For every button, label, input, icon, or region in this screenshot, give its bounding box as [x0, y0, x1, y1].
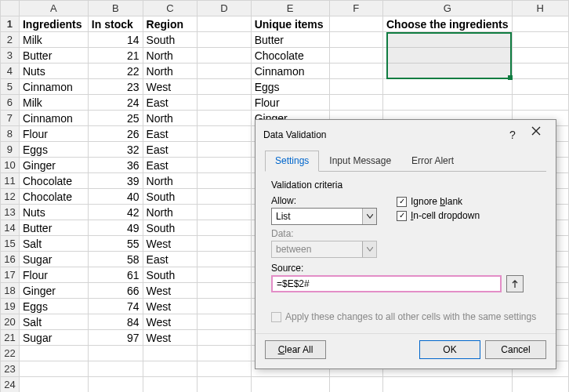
- cell[interactable]: 42: [88, 205, 143, 220]
- cell[interactable]: [329, 64, 382, 79]
- row-header[interactable]: 1: [1, 16, 20, 32]
- cell[interactable]: In stock: [88, 16, 143, 32]
- row-header[interactable]: 12: [1, 189, 20, 205]
- cell[interactable]: Cinnamon: [19, 111, 88, 126]
- cell[interactable]: 26: [88, 126, 143, 142]
- cell[interactable]: Choose the ingredients: [383, 16, 513, 32]
- row-header[interactable]: 19: [1, 299, 20, 314]
- in-cell-dropdown-checkbox[interactable]: ✓ In-cell dropdown: [397, 210, 480, 221]
- col-header[interactable]: F: [329, 1, 382, 16]
- cell[interactable]: 74: [88, 299, 143, 314]
- cell[interactable]: [198, 111, 251, 126]
- cell[interactable]: [512, 79, 568, 95]
- cell[interactable]: Eggs: [19, 142, 88, 158]
- cell[interactable]: [383, 32, 513, 48]
- cell[interactable]: Sugar: [19, 252, 88, 267]
- cell[interactable]: [198, 48, 251, 64]
- cell[interactable]: [198, 126, 251, 142]
- cell[interactable]: [198, 158, 251, 173]
- cell[interactable]: [512, 16, 568, 32]
- cell[interactable]: [198, 361, 251, 377]
- cell[interactable]: Cinnamon: [19, 79, 88, 95]
- cell[interactable]: North: [143, 111, 198, 126]
- cell[interactable]: [19, 346, 88, 361]
- cell[interactable]: 39: [88, 173, 143, 189]
- row-header[interactable]: 8: [1, 126, 20, 142]
- cell[interactable]: [329, 16, 382, 32]
- cell[interactable]: [198, 220, 251, 236]
- cell[interactable]: [198, 95, 251, 111]
- cell[interactable]: [329, 95, 382, 111]
- cell[interactable]: [88, 346, 143, 361]
- cell[interactable]: 58: [88, 252, 143, 267]
- cell[interactable]: [19, 361, 88, 377]
- cell[interactable]: [198, 236, 251, 252]
- cell[interactable]: [512, 377, 568, 393]
- col-header[interactable]: E: [251, 1, 329, 16]
- cell[interactable]: West: [143, 79, 198, 95]
- cell[interactable]: [383, 64, 513, 79]
- tab-input-message[interactable]: Input Message: [319, 151, 401, 172]
- cell[interactable]: South: [143, 220, 198, 236]
- cell[interactable]: Sugar: [19, 330, 88, 346]
- row-header[interactable]: 20: [1, 314, 20, 330]
- cell[interactable]: Ginger: [19, 283, 88, 299]
- row-header[interactable]: 16: [1, 252, 20, 267]
- row-header[interactable]: 23: [1, 361, 20, 377]
- cell[interactable]: South: [143, 267, 198, 283]
- row-header[interactable]: 2: [1, 32, 20, 48]
- cell[interactable]: Region: [143, 16, 198, 32]
- source-input[interactable]: [271, 275, 502, 292]
- cell[interactable]: [198, 16, 251, 32]
- cell[interactable]: North: [143, 205, 198, 220]
- cell[interactable]: [512, 64, 568, 79]
- col-header[interactable]: B: [88, 1, 143, 16]
- row-header[interactable]: 6: [1, 95, 20, 111]
- help-button[interactable]: ?: [501, 126, 524, 143]
- cell[interactable]: [512, 95, 568, 111]
- cell[interactable]: [512, 32, 568, 48]
- close-button[interactable]: [524, 126, 548, 143]
- cell[interactable]: 84: [88, 314, 143, 330]
- cell[interactable]: 21: [88, 48, 143, 64]
- cell[interactable]: [329, 32, 382, 48]
- cell[interactable]: Flour: [19, 267, 88, 283]
- cell[interactable]: North: [143, 48, 198, 64]
- row-header[interactable]: 14: [1, 220, 20, 236]
- cell[interactable]: [198, 267, 251, 283]
- chevron-down-icon[interactable]: [362, 209, 376, 224]
- ignore-blank-checkbox[interactable]: ✓ Ignore blank: [397, 196, 480, 207]
- cell[interactable]: West: [143, 236, 198, 252]
- cell[interactable]: West: [143, 314, 198, 330]
- col-header[interactable]: G: [383, 1, 513, 16]
- cell[interactable]: West: [143, 283, 198, 299]
- row-header[interactable]: 3: [1, 48, 20, 64]
- cell[interactable]: [383, 79, 513, 95]
- cell[interactable]: Chocolate: [251, 48, 329, 64]
- allow-dropdown[interactable]: List: [271, 208, 377, 225]
- cell[interactable]: [329, 79, 382, 95]
- cell[interactable]: [198, 314, 251, 330]
- row-header[interactable]: 13: [1, 205, 20, 220]
- cell[interactable]: 14: [88, 32, 143, 48]
- row-header[interactable]: 15: [1, 236, 20, 252]
- cell[interactable]: Milk: [19, 95, 88, 111]
- cell[interactable]: [383, 95, 513, 111]
- cell[interactable]: Flour: [19, 126, 88, 142]
- cell[interactable]: [198, 283, 251, 299]
- cell[interactable]: [198, 64, 251, 79]
- cell[interactable]: 55: [88, 236, 143, 252]
- cell[interactable]: 49: [88, 220, 143, 236]
- row-header[interactable]: 11: [1, 173, 20, 189]
- cell[interactable]: 25: [88, 111, 143, 126]
- range-picker-button[interactable]: [506, 275, 524, 292]
- row-header[interactable]: 18: [1, 283, 20, 299]
- cell[interactable]: [88, 361, 143, 377]
- cell[interactable]: West: [143, 299, 198, 314]
- cell[interactable]: Eggs: [19, 299, 88, 314]
- row-header[interactable]: 10: [1, 158, 20, 173]
- cell[interactable]: [198, 189, 251, 205]
- col-header[interactable]: C: [143, 1, 198, 16]
- cell[interactable]: Ingredients: [19, 16, 88, 32]
- cell[interactable]: 97: [88, 330, 143, 346]
